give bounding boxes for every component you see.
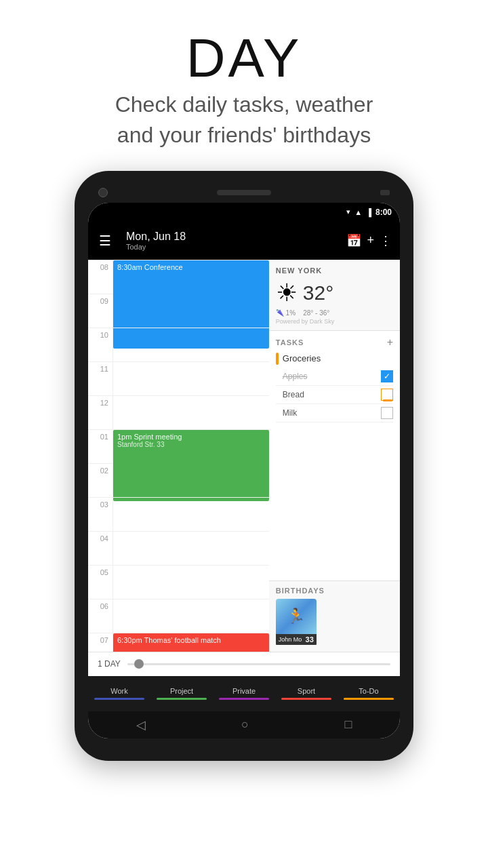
main-content: 08 8:30am Conference 09 10 (88, 260, 400, 652)
time-content-01: 1pm Sprint meeting Stanford Str. 33 (113, 430, 269, 463)
task-name-bread: Bread (283, 390, 304, 399)
time-label-12: 12 (88, 396, 113, 429)
time-slot-03: 03 (88, 498, 269, 532)
time-content-02 (113, 464, 269, 497)
tab-sport[interactable]: Sport (275, 676, 338, 711)
phone-frame: ▾ ▲ ▐ 8:00 ☰ Mon, Jun 18 Today 📅 + ⋮ (75, 171, 413, 761)
nav-bar: ◁ ○ □ (88, 711, 400, 738)
tasks-add-button[interactable]: + (387, 336, 393, 349)
add-event-icon[interactable]: + (367, 233, 374, 248)
tab-sport-color (281, 698, 331, 700)
weather-range: 28° - 36° (303, 309, 329, 317)
tasks-title: TASKS (276, 338, 304, 347)
more-icon[interactable]: ⋮ (380, 233, 392, 248)
weather-powered-by: Powered by Dark Sky (276, 318, 393, 325)
back-nav-icon[interactable]: ◁ (136, 717, 146, 732)
task-group-label: Groceries (276, 353, 393, 365)
tab-project-label: Project (170, 687, 193, 695)
time-content-09 (113, 294, 269, 328)
time-slot-07: 07 6:30pm Thomas' football match (88, 633, 269, 652)
tab-todo[interactable]: To-Do (338, 676, 400, 711)
time-slot-06: 06 (88, 599, 269, 633)
time-label-08: 08 (88, 260, 113, 294)
time-content-10 (113, 328, 269, 361)
day-label: 1 DAY (98, 659, 121, 669)
recents-nav-icon[interactable]: □ (344, 717, 352, 732)
time-slot-02: 02 (88, 464, 269, 498)
time-content-11 (113, 362, 269, 395)
title-area: Mon, Jun 18 Today (126, 231, 340, 251)
tab-sport-label: Sport (298, 687, 315, 695)
bottom-tabs: Work Project Private Sport To-Do (88, 676, 400, 711)
birthday-info: John Mo 33 (276, 634, 317, 645)
time-slot-01: 01 1pm Sprint meeting Stanford Str. 33 (88, 430, 269, 464)
tab-work-color (94, 698, 144, 700)
time-content-12 (113, 396, 269, 429)
event-football-title: 6:30pm Thomas' football match (117, 636, 265, 644)
time-label-11: 11 (88, 362, 113, 395)
time-label-06: 06 (88, 599, 113, 633)
tab-work-label: Work (110, 687, 127, 695)
task-name-apples: Apples (283, 372, 308, 381)
event-football[interactable]: 6:30pm Thomas' football match (113, 633, 269, 652)
slider-thumb[interactable] (134, 659, 144, 669)
weather-rain: 1% (286, 309, 296, 317)
menu-icon[interactable]: ☰ (96, 230, 114, 252)
phone-screen: ▾ ▲ ▐ 8:00 ☰ Mon, Jun 18 Today 📅 + ⋮ (88, 203, 400, 738)
task-color-bar (276, 353, 279, 365)
time-label-07: 07 (88, 633, 113, 652)
task-item-milk[interactable]: Milk (276, 404, 393, 422)
time-label-01: 01 (88, 430, 113, 463)
time-slot-12: 12 (88, 396, 269, 430)
time-label-10: 10 (88, 328, 113, 361)
tab-project[interactable]: Project (150, 676, 213, 711)
home-nav-icon[interactable]: ○ (241, 717, 249, 732)
time-content-08: 8:30am Conference (113, 260, 269, 294)
tab-project-color (157, 698, 207, 700)
weather-rain-icon: 🌂 (276, 309, 286, 317)
tab-private-label: Private (232, 687, 256, 695)
time-slot-08: 08 8:30am Conference (88, 260, 269, 294)
time-slot-04: 04 (88, 532, 269, 566)
task-checkbox-apples[interactable]: ✓ (381, 370, 393, 382)
tasks-header: TASKS + (276, 336, 393, 349)
birthdays-title: BIRTHDAYS (276, 587, 393, 595)
time-content-06 (113, 599, 269, 633)
weather-city: NEW YORK (276, 267, 393, 275)
phone-camera (98, 188, 108, 197)
tab-private[interactable]: Private (213, 676, 275, 711)
phone-speaker (217, 190, 271, 195)
time-content-07: 6:30pm Thomas' football match (113, 633, 269, 652)
time-label-02: 02 (88, 464, 113, 497)
birthday-photo: 🏃 (276, 599, 317, 634)
birthday-runner-icon: 🏃 (287, 608, 305, 625)
birthdays-section: BIRTHDAYS 🏃 John Mo 33 (269, 580, 400, 652)
birthday-name: John Mo (279, 636, 302, 643)
event-conference-title: 8:30am Conference (117, 263, 265, 271)
weather-temp: 32° (303, 281, 333, 304)
time-label-04: 04 (88, 532, 113, 565)
time-content-05 (113, 566, 269, 599)
phone-sensor (380, 190, 390, 195)
slider-track[interactable] (127, 663, 390, 665)
time-slot-10: 10 (88, 328, 269, 362)
task-item-apples[interactable]: Apples ✓ (276, 368, 393, 386)
task-item-bread[interactable]: Bread (276, 386, 393, 404)
action-icons: 📅 + ⋮ (346, 233, 392, 248)
tab-work[interactable]: Work (88, 676, 150, 711)
tab-private-color (219, 698, 269, 700)
time-slot-09: 09 (88, 294, 269, 328)
weather-sun-icon: ☀ (276, 279, 298, 307)
task-checkbox-milk[interactable] (381, 407, 393, 419)
status-time: 8:00 (375, 208, 392, 217)
page-title: DAY (0, 27, 488, 90)
time-slot-11: 11 (88, 362, 269, 396)
tasks-section: TASKS + Groceries Apples ✓ Bread (269, 331, 400, 580)
event-sprint-location: Stanford Str. 33 (117, 441, 265, 448)
calendar-icon[interactable]: 📅 (346, 233, 361, 248)
signal-icon: ▲ (354, 208, 362, 216)
right-panel: NEW YORK ☀ 32° 🌂 1% 28° - 36° Powered by (269, 260, 400, 652)
task-checkbox-bread[interactable] (381, 389, 393, 401)
battery-icon: ▐ (366, 208, 371, 216)
birthday-card[interactable]: 🏃 John Mo 33 (276, 599, 317, 646)
